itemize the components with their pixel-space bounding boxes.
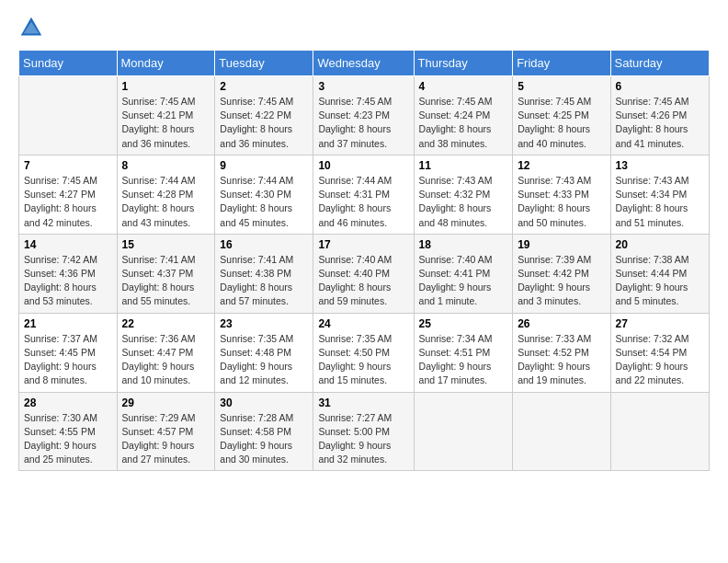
day-number: 3 xyxy=(318,80,408,93)
day-info: Sunrise: 7:44 AM Sunset: 4:28 PM Dayligh… xyxy=(122,174,210,230)
calendar-cell: 30Sunrise: 7:28 AM Sunset: 4:58 PM Dayli… xyxy=(215,392,313,471)
logo xyxy=(18,15,46,40)
calendar-cell: 1Sunrise: 7:45 AM Sunset: 4:21 PM Daylig… xyxy=(117,76,215,155)
calendar-cell: 9Sunrise: 7:44 AM Sunset: 4:30 PM Daylig… xyxy=(215,155,313,234)
day-info: Sunrise: 7:43 AM Sunset: 4:32 PM Dayligh… xyxy=(419,174,508,230)
day-info: Sunrise: 7:45 AM Sunset: 4:27 PM Dayligh… xyxy=(24,174,112,230)
calendar-cell: 23Sunrise: 7:35 AM Sunset: 4:48 PM Dayli… xyxy=(215,313,313,392)
day-number: 24 xyxy=(318,317,408,330)
weekday-header: Wednesday xyxy=(313,51,414,76)
calendar-cell: 24Sunrise: 7:35 AM Sunset: 4:50 PM Dayli… xyxy=(313,313,414,392)
logo-icon xyxy=(18,15,44,40)
page: SundayMondayTuesdayWednesdayThursdayFrid… xyxy=(0,0,728,563)
day-number: 15 xyxy=(122,238,210,251)
day-info: Sunrise: 7:33 AM Sunset: 4:52 PM Dayligh… xyxy=(518,332,605,388)
day-number: 29 xyxy=(122,396,210,409)
day-number: 20 xyxy=(616,238,704,251)
day-number: 30 xyxy=(220,396,308,409)
day-info: Sunrise: 7:41 AM Sunset: 4:38 PM Dayligh… xyxy=(220,253,308,309)
calendar-cell: 15Sunrise: 7:41 AM Sunset: 4:37 PM Dayli… xyxy=(117,234,215,313)
weekday-header: Saturday xyxy=(610,51,709,76)
calendar-week-row: 7Sunrise: 7:45 AM Sunset: 4:27 PM Daylig… xyxy=(19,155,710,234)
day-number: 8 xyxy=(122,159,210,172)
calendar-cell: 22Sunrise: 7:36 AM Sunset: 4:47 PM Dayli… xyxy=(117,313,215,392)
day-number: 21 xyxy=(24,317,112,330)
calendar-cell: 16Sunrise: 7:41 AM Sunset: 4:38 PM Dayli… xyxy=(215,234,313,313)
calendar-cell: 18Sunrise: 7:40 AM Sunset: 4:41 PM Dayli… xyxy=(414,234,513,313)
calendar-cell: 12Sunrise: 7:43 AM Sunset: 4:33 PM Dayli… xyxy=(513,155,610,234)
calendar-cell: 2Sunrise: 7:45 AM Sunset: 4:22 PM Daylig… xyxy=(215,76,313,155)
calendar-cell xyxy=(610,392,709,471)
header xyxy=(18,15,710,40)
day-number: 5 xyxy=(518,80,605,93)
calendar-cell: 21Sunrise: 7:37 AM Sunset: 4:45 PM Dayli… xyxy=(19,313,118,392)
weekday-header: Tuesday xyxy=(215,51,313,76)
day-info: Sunrise: 7:41 AM Sunset: 4:37 PM Dayligh… xyxy=(122,253,210,309)
day-number: 2 xyxy=(220,80,308,93)
day-number: 11 xyxy=(419,159,508,172)
day-number: 18 xyxy=(419,238,508,251)
day-number: 22 xyxy=(122,317,210,330)
day-info: Sunrise: 7:42 AM Sunset: 4:36 PM Dayligh… xyxy=(24,253,112,309)
calendar-cell: 25Sunrise: 7:34 AM Sunset: 4:51 PM Dayli… xyxy=(414,313,513,392)
calendar-cell: 20Sunrise: 7:38 AM Sunset: 4:44 PM Dayli… xyxy=(610,234,709,313)
day-info: Sunrise: 7:38 AM Sunset: 4:44 PM Dayligh… xyxy=(616,253,704,309)
day-number: 13 xyxy=(616,159,704,172)
day-info: Sunrise: 7:36 AM Sunset: 4:47 PM Dayligh… xyxy=(122,332,210,388)
calendar-cell: 10Sunrise: 7:44 AM Sunset: 4:31 PM Dayli… xyxy=(313,155,414,234)
weekday-header: Monday xyxy=(117,51,215,76)
calendar-cell: 26Sunrise: 7:33 AM Sunset: 4:52 PM Dayli… xyxy=(513,313,610,392)
calendar-cell: 19Sunrise: 7:39 AM Sunset: 4:42 PM Dayli… xyxy=(513,234,610,313)
day-number: 23 xyxy=(220,317,308,330)
day-info: Sunrise: 7:45 AM Sunset: 4:25 PM Dayligh… xyxy=(518,95,605,151)
day-number: 19 xyxy=(518,238,605,251)
day-number: 28 xyxy=(24,396,112,409)
calendar-week-row: 21Sunrise: 7:37 AM Sunset: 4:45 PM Dayli… xyxy=(19,313,710,392)
day-number: 25 xyxy=(419,317,508,330)
day-info: Sunrise: 7:35 AM Sunset: 4:50 PM Dayligh… xyxy=(318,332,408,388)
calendar-cell: 17Sunrise: 7:40 AM Sunset: 4:40 PM Dayli… xyxy=(313,234,414,313)
calendar-week-row: 1Sunrise: 7:45 AM Sunset: 4:21 PM Daylig… xyxy=(19,76,710,155)
day-number: 7 xyxy=(24,159,112,172)
day-info: Sunrise: 7:40 AM Sunset: 4:41 PM Dayligh… xyxy=(419,253,508,309)
calendar-cell: 27Sunrise: 7:32 AM Sunset: 4:54 PM Dayli… xyxy=(610,313,709,392)
calendar-cell: 4Sunrise: 7:45 AM Sunset: 4:24 PM Daylig… xyxy=(414,76,513,155)
day-info: Sunrise: 7:29 AM Sunset: 4:57 PM Dayligh… xyxy=(122,411,210,467)
calendar-cell xyxy=(513,392,610,471)
calendar-cell xyxy=(19,76,118,155)
header-row: SundayMondayTuesdayWednesdayThursdayFrid… xyxy=(19,51,710,76)
calendar-cell: 8Sunrise: 7:44 AM Sunset: 4:28 PM Daylig… xyxy=(117,155,215,234)
day-info: Sunrise: 7:43 AM Sunset: 4:34 PM Dayligh… xyxy=(616,174,704,230)
day-info: Sunrise: 7:45 AM Sunset: 4:21 PM Dayligh… xyxy=(122,95,210,151)
day-info: Sunrise: 7:35 AM Sunset: 4:48 PM Dayligh… xyxy=(220,332,308,388)
day-info: Sunrise: 7:40 AM Sunset: 4:40 PM Dayligh… xyxy=(318,253,408,309)
calendar-cell: 28Sunrise: 7:30 AM Sunset: 4:55 PM Dayli… xyxy=(19,392,118,471)
day-number: 10 xyxy=(318,159,408,172)
weekday-header: Friday xyxy=(513,51,610,76)
day-info: Sunrise: 7:37 AM Sunset: 4:45 PM Dayligh… xyxy=(24,332,112,388)
day-info: Sunrise: 7:34 AM Sunset: 4:51 PM Dayligh… xyxy=(419,332,508,388)
calendar-table: SundayMondayTuesdayWednesdayThursdayFrid… xyxy=(18,50,710,471)
day-number: 14 xyxy=(24,238,112,251)
day-number: 31 xyxy=(318,396,408,409)
day-info: Sunrise: 7:30 AM Sunset: 4:55 PM Dayligh… xyxy=(24,411,112,467)
calendar-cell: 13Sunrise: 7:43 AM Sunset: 4:34 PM Dayli… xyxy=(610,155,709,234)
calendar-cell: 31Sunrise: 7:27 AM Sunset: 5:00 PM Dayli… xyxy=(313,392,414,471)
calendar-week-row: 28Sunrise: 7:30 AM Sunset: 4:55 PM Dayli… xyxy=(19,392,710,471)
day-info: Sunrise: 7:39 AM Sunset: 4:42 PM Dayligh… xyxy=(518,253,605,309)
calendar-cell: 6Sunrise: 7:45 AM Sunset: 4:26 PM Daylig… xyxy=(610,76,709,155)
calendar-cell xyxy=(414,392,513,471)
day-number: 9 xyxy=(220,159,308,172)
calendar-cell: 5Sunrise: 7:45 AM Sunset: 4:25 PM Daylig… xyxy=(513,76,610,155)
day-info: Sunrise: 7:44 AM Sunset: 4:31 PM Dayligh… xyxy=(318,174,408,230)
day-info: Sunrise: 7:45 AM Sunset: 4:24 PM Dayligh… xyxy=(419,95,508,151)
day-info: Sunrise: 7:45 AM Sunset: 4:26 PM Dayligh… xyxy=(616,95,704,151)
calendar-cell: 29Sunrise: 7:29 AM Sunset: 4:57 PM Dayli… xyxy=(117,392,215,471)
day-info: Sunrise: 7:45 AM Sunset: 4:22 PM Dayligh… xyxy=(220,95,308,151)
day-info: Sunrise: 7:43 AM Sunset: 4:33 PM Dayligh… xyxy=(518,174,605,230)
day-info: Sunrise: 7:44 AM Sunset: 4:30 PM Dayligh… xyxy=(220,174,308,230)
day-number: 6 xyxy=(616,80,704,93)
calendar-cell: 7Sunrise: 7:45 AM Sunset: 4:27 PM Daylig… xyxy=(19,155,118,234)
day-number: 4 xyxy=(419,80,508,93)
calendar-week-row: 14Sunrise: 7:42 AM Sunset: 4:36 PM Dayli… xyxy=(19,234,710,313)
